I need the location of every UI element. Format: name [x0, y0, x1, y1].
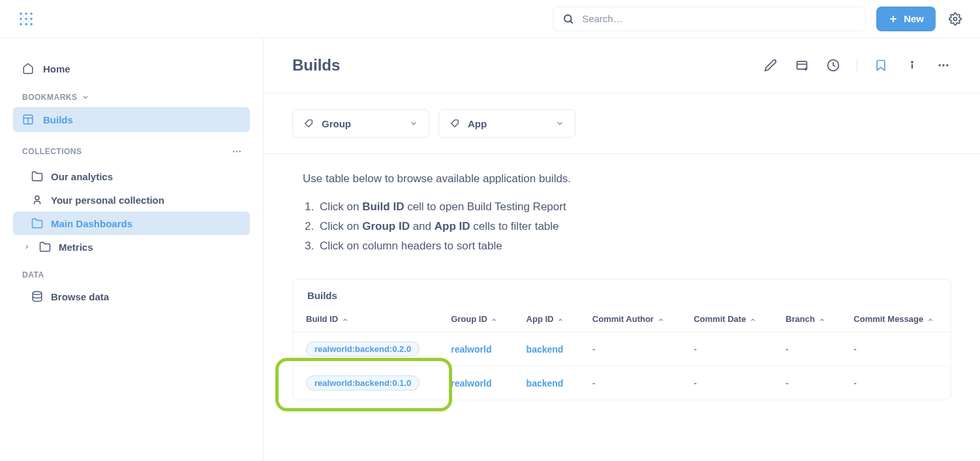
filter-label: App: [468, 118, 487, 129]
more-button[interactable]: [936, 57, 951, 73]
divider: [857, 58, 857, 72]
svg-point-23: [239, 151, 241, 153]
database-icon: [31, 291, 43, 302]
page-title: Builds: [292, 56, 763, 74]
col-build-id[interactable]: Build ID: [293, 306, 438, 332]
dashboard-icon: [22, 114, 34, 125]
info-icon: [906, 59, 919, 72]
cell-group-id[interactable]: realworld: [438, 332, 513, 366]
sidebar: Home BOOKMARKS Builds COLLECTIONS Our an…: [0, 38, 264, 461]
search-box[interactable]: [553, 7, 866, 31]
svg-point-33: [939, 64, 941, 66]
page-header: Builds: [264, 38, 980, 93]
col-commit-message[interactable]: Commit Message: [840, 306, 951, 332]
cell-commit-author: -: [579, 332, 681, 366]
instructions-list: Click on Build ID cell to open Build Tes…: [303, 197, 951, 255]
section-data: DATA: [13, 259, 250, 285]
builds-table: Build ID Group ID App ID Commit Author C…: [293, 306, 951, 400]
cell-commit-date: -: [681, 332, 773, 366]
subscribe-button[interactable]: [794, 57, 810, 73]
svg-point-2: [30, 12, 33, 15]
nav-home[interactable]: Home: [13, 56, 250, 81]
instruction-step: Click on Build ID cell to open Build Tes…: [317, 197, 951, 217]
svg-point-5: [30, 18, 33, 20]
svg-point-0: [20, 12, 22, 15]
table-row: realworld:backend:0.1.0realworldbackend-…: [293, 366, 951, 400]
cell-build-id[interactable]: realworld:backend:0.1.0: [293, 366, 438, 400]
cell-commit-date: -: [681, 366, 773, 400]
svg-point-11: [23, 20, 24, 22]
clock-icon: [827, 59, 840, 72]
bookmark-icon: [874, 59, 887, 72]
folder-icon: [31, 217, 43, 229]
cell-group-id[interactable]: realworld: [438, 366, 513, 400]
svg-point-22: [236, 151, 238, 153]
logo[interactable]: [16, 8, 37, 29]
filters-bar: Group App: [264, 93, 980, 154]
section-bookmarks[interactable]: BOOKMARKS: [13, 81, 250, 107]
table-title: Builds: [293, 279, 951, 306]
svg-point-21: [233, 151, 235, 153]
col-app-id[interactable]: App ID: [513, 306, 579, 332]
svg-point-3: [20, 18, 22, 20]
cell-commit-author: -: [579, 366, 681, 400]
col-commit-date[interactable]: Commit Date: [681, 306, 773, 332]
filter-label: Group: [322, 118, 351, 129]
sidebar-item-label: Main Dashboards: [51, 218, 132, 229]
history-button[interactable]: [825, 57, 841, 73]
instruction-step: Click on Group ID and App ID cells to fi…: [317, 217, 951, 236]
info-button[interactable]: [904, 57, 920, 73]
svg-point-9: [23, 15, 24, 16]
col-branch[interactable]: Branch: [773, 306, 840, 332]
cell-branch: -: [773, 332, 840, 366]
svg-point-25: [33, 292, 42, 295]
svg-point-10: [28, 15, 29, 16]
svg-point-12: [28, 20, 29, 22]
sidebar-item-builds[interactable]: Builds: [13, 107, 250, 132]
sidebar-item-label: Browse data: [51, 291, 109, 302]
collections-menu-button[interactable]: [229, 144, 245, 159]
sidebar-item-browse-data[interactable]: Browse data: [13, 285, 250, 308]
plus-icon: [888, 14, 898, 24]
filter-group[interactable]: Group: [292, 109, 429, 138]
folder-icon: [39, 241, 51, 253]
section-collections: COLLECTIONS: [13, 132, 250, 165]
sidebar-item-main-dashboards[interactable]: Main Dashboards: [13, 212, 250, 235]
search-input[interactable]: [582, 13, 856, 24]
builds-table-card: Builds Build ID Group ID App ID Commit A…: [292, 279, 951, 400]
dots-icon: [937, 59, 950, 72]
svg-point-17: [954, 17, 957, 20]
bookmark-button[interactable]: [873, 57, 889, 73]
description-text: Use table below to browse available appl…: [303, 172, 951, 185]
cell-app-id[interactable]: backend: [513, 332, 579, 366]
cell-build-id[interactable]: realworld:backend:0.2.0: [293, 332, 438, 366]
svg-line-14: [570, 21, 573, 24]
pencil-icon: [764, 59, 777, 72]
cell-branch: -: [773, 366, 840, 400]
sidebar-item-our-analytics[interactable]: Our analytics: [13, 165, 250, 188]
instruction-step: Click on column headers to sort table: [317, 236, 951, 256]
gear-icon: [949, 12, 962, 25]
sidebar-item-personal[interactable]: Your personal collection: [13, 188, 250, 212]
nav-home-label: Home: [43, 63, 70, 74]
col-commit-author[interactable]: Commit Author: [579, 306, 681, 332]
top-bar: New: [0, 0, 980, 38]
svg-point-7: [25, 23, 27, 25]
sidebar-item-label: Metrics: [59, 242, 93, 253]
chevron-right-icon: [23, 244, 30, 250]
edit-button[interactable]: [763, 57, 778, 73]
settings-button[interactable]: [946, 10, 964, 28]
col-group-id[interactable]: Group ID: [438, 306, 513, 332]
new-button[interactable]: New: [876, 7, 936, 31]
cell-commit-message: -: [840, 332, 951, 366]
search-icon: [562, 13, 574, 25]
svg-point-13: [564, 15, 572, 22]
filter-app[interactable]: App: [438, 109, 575, 138]
sidebar-item-metrics[interactable]: Metrics: [13, 235, 250, 259]
svg-point-34: [942, 64, 944, 66]
tag-icon: [450, 118, 460, 129]
svg-point-8: [30, 23, 33, 25]
cell-app-id[interactable]: backend: [513, 366, 579, 400]
chevron-down-icon: [409, 119, 418, 128]
main-content: Builds Group App: [264, 38, 980, 461]
